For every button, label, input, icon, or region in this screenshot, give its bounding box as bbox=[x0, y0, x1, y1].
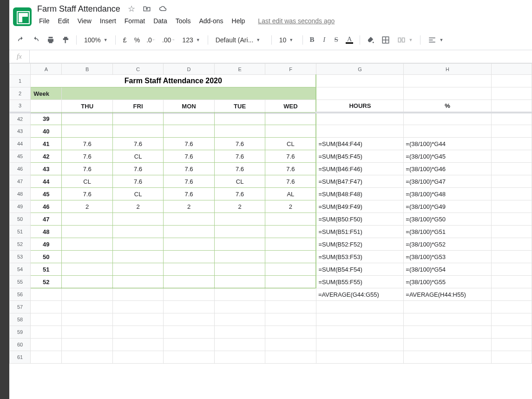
table-row[interactable]: 5047=SUM(B50:F50)=(38/100)*G50 bbox=[10, 213, 532, 226]
cell[interactable] bbox=[214, 125, 265, 138]
cell[interactable]: CL bbox=[214, 175, 265, 188]
cell[interactable]: =(38/100)*G47 bbox=[404, 175, 491, 188]
table-row[interactable]: 5148=SUM(B51:F51)=(38/100)*G51 bbox=[10, 226, 532, 238]
column-header-row[interactable]: A B C D E F G H bbox=[10, 64, 532, 75]
cell[interactable]: 58 bbox=[10, 313, 31, 326]
table-row[interactable]: 59 bbox=[10, 326, 532, 339]
cell[interactable]: CL bbox=[112, 150, 163, 163]
table-row[interactable]: 45427.6CL7.67.67.6=SUM(B45:F45)=(38/100)… bbox=[10, 150, 532, 163]
text-color-button[interactable]: A bbox=[343, 34, 356, 46]
cell[interactable] bbox=[214, 351, 265, 364]
increase-decimal-button[interactable]: .00→ bbox=[159, 34, 177, 46]
cell[interactable] bbox=[164, 113, 215, 125]
cell[interactable] bbox=[62, 313, 113, 326]
cell[interactable] bbox=[491, 150, 532, 163]
cell[interactable] bbox=[112, 351, 163, 364]
cell[interactable]: 7.6 bbox=[265, 150, 316, 163]
cell[interactable] bbox=[214, 276, 265, 288]
cell[interactable] bbox=[62, 263, 113, 276]
cell[interactable] bbox=[265, 276, 316, 288]
cell[interactable] bbox=[62, 288, 113, 301]
format-percent-button[interactable]: % bbox=[131, 34, 143, 46]
cell[interactable] bbox=[214, 263, 265, 276]
merge-cells-dropdown[interactable]: ▼ bbox=[394, 34, 416, 46]
cell[interactable] bbox=[31, 313, 62, 326]
cell[interactable] bbox=[62, 226, 113, 238]
table-row[interactable]: 58 bbox=[10, 313, 532, 326]
col-header-blank[interactable] bbox=[491, 64, 532, 75]
cell[interactable] bbox=[404, 339, 491, 351]
cell[interactable]: 2 bbox=[265, 200, 316, 213]
cell[interactable]: 7.6 bbox=[112, 175, 163, 188]
table-row[interactable]: 4744CL7.67.6CL7.6=SUM(B47:F47)=(38/100)*… bbox=[10, 175, 532, 188]
cell[interactable] bbox=[112, 288, 163, 301]
cell[interactable] bbox=[316, 313, 403, 326]
cell[interactable]: =(38/100)*G46 bbox=[404, 163, 491, 175]
cell[interactable]: 7.6 bbox=[62, 188, 113, 200]
cell[interactable]: CL bbox=[112, 188, 163, 200]
table-row[interactable]: 4340 bbox=[10, 125, 532, 138]
cell[interactable] bbox=[164, 326, 215, 339]
redo-button[interactable] bbox=[29, 34, 43, 46]
cell[interactable]: 55 bbox=[10, 276, 31, 288]
cell[interactable]: 47 bbox=[31, 213, 62, 226]
cell[interactable] bbox=[112, 313, 163, 326]
cell[interactable] bbox=[112, 125, 163, 138]
doc-title[interactable]: Farm Staff Attendance bbox=[37, 4, 120, 14]
cell[interactable] bbox=[491, 100, 532, 113]
cell[interactable] bbox=[164, 339, 215, 351]
cell[interactable] bbox=[164, 251, 215, 263]
day-header-cell[interactable]: WED bbox=[265, 100, 316, 113]
cell[interactable] bbox=[62, 125, 113, 138]
cell[interactable]: CL bbox=[62, 175, 113, 188]
cell[interactable]: 7.6 bbox=[214, 150, 265, 163]
cell[interactable] bbox=[491, 87, 532, 100]
cell[interactable] bbox=[404, 301, 491, 313]
cell[interactable] bbox=[316, 326, 403, 339]
borders-button[interactable] bbox=[379, 34, 393, 46]
col-header-D[interactable]: D bbox=[164, 64, 215, 75]
table-row[interactable]: 57 bbox=[10, 301, 532, 313]
cell[interactable] bbox=[265, 301, 316, 313]
cell[interactable]: 54 bbox=[10, 263, 31, 276]
cell[interactable]: 52 bbox=[31, 276, 62, 288]
zoom-dropdown[interactable]: 100%▼ bbox=[80, 34, 112, 46]
cell[interactable] bbox=[164, 125, 215, 138]
menu-help[interactable]: Help bbox=[228, 15, 249, 27]
cell[interactable]: =SUM(B49:F49) bbox=[316, 200, 403, 213]
cell[interactable] bbox=[31, 339, 62, 351]
cell[interactable]: =SUM(B47:F47) bbox=[316, 175, 403, 188]
cell[interactable]: =AVERAGE(G44:G55) bbox=[316, 288, 403, 301]
table-row[interactable]: 48457.6CL7.67.6AL=SUM(B48:F48)=(38/100)*… bbox=[10, 188, 532, 200]
cell[interactable]: =AVERAGE(H44:H55) bbox=[404, 288, 491, 301]
cell[interactable]: 39 bbox=[31, 113, 62, 125]
cell[interactable] bbox=[265, 113, 316, 125]
menu-addons[interactable]: Add-ons bbox=[195, 15, 227, 27]
cell[interactable] bbox=[164, 276, 215, 288]
cell[interactable]: =(38/100)*G55 bbox=[404, 276, 491, 288]
cell[interactable] bbox=[404, 113, 491, 125]
cell[interactable] bbox=[404, 87, 491, 100]
menu-data[interactable]: Data bbox=[150, 15, 171, 27]
last-edit-link[interactable]: Last edit was seconds ago bbox=[258, 15, 335, 27]
cell[interactable] bbox=[404, 351, 491, 364]
cell[interactable]: 7.6 bbox=[214, 163, 265, 175]
col-header-G[interactable]: G bbox=[316, 64, 403, 75]
cell[interactable] bbox=[112, 276, 163, 288]
cell[interactable]: 51 bbox=[31, 263, 62, 276]
frozen-row-1[interactable]: 1 Farm Staff Attendance 2020 bbox=[10, 75, 532, 87]
cell[interactable] bbox=[214, 326, 265, 339]
frozen-row-3[interactable]: 3 THU FRI MON TUE WED HOURS % bbox=[10, 100, 532, 113]
table-row[interactable]: 56=AVERAGE(G44:G55)=AVERAGE(H44:H55) bbox=[10, 288, 532, 301]
cell[interactable] bbox=[62, 276, 113, 288]
cell[interactable] bbox=[214, 213, 265, 226]
cell[interactable] bbox=[214, 226, 265, 238]
cell[interactable]: 43 bbox=[10, 125, 31, 138]
cell[interactable] bbox=[62, 326, 113, 339]
cell[interactable] bbox=[112, 251, 163, 263]
sheets-logo-icon[interactable] bbox=[13, 7, 32, 26]
cell[interactable] bbox=[404, 125, 491, 138]
cell[interactable]: 41 bbox=[31, 138, 62, 150]
print-button[interactable] bbox=[44, 34, 58, 46]
cell[interactable]: =(38/100)*G45 bbox=[404, 150, 491, 163]
